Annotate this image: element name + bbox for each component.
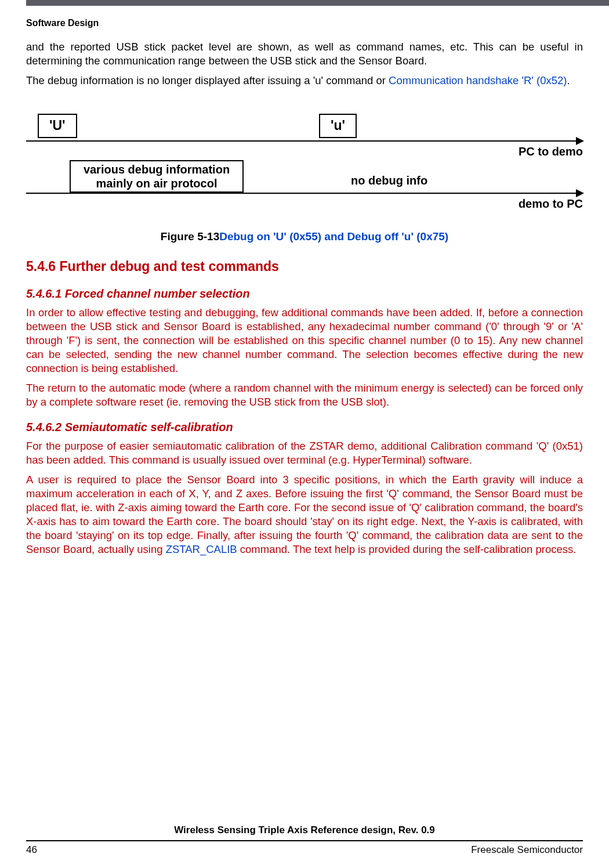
- label-no-debug: no debug info: [351, 173, 427, 188]
- debug-info-box: various debug information mainly on air …: [70, 160, 244, 193]
- footer-vendor: Freescale Semiconductor: [471, 844, 583, 856]
- page-content: Software Design and the reported USB sti…: [26, 17, 583, 562]
- s5462-p2: A user is required to place the Sensor B…: [26, 473, 583, 556]
- figure-number: Figure 5-13: [161, 230, 219, 243]
- figure-title: Debug on 'U' (0x55) and Debug off 'u' (0…: [219, 230, 448, 243]
- s5462-p2b: command. The text help is provided durin…: [237, 543, 577, 555]
- intro-p2: The debug information is no longer displ…: [26, 74, 583, 88]
- debug-info-line1: various debug information: [77, 162, 237, 176]
- top-bar: [26, 0, 609, 6]
- page-footer: Wireless Sensing Triple Axis Reference d…: [26, 824, 583, 856]
- line-demo-to-pc: [26, 193, 577, 194]
- section-5-4-6-2-body: For the purpose of easier semiautomatic …: [26, 439, 583, 556]
- heading-5-4-6: 5.4.6 Further debug and test commands: [26, 258, 583, 276]
- heading-5-4-6-1: 5.4.6.1 Forced channel number selection: [26, 286, 583, 301]
- link-communication-handshake[interactable]: Communication handshake 'R' (0x52): [389, 74, 567, 86]
- figure-caption: Figure 5-13Debug on 'U' (0x55) and Debug…: [26, 230, 583, 244]
- footer-page-number: 46: [26, 844, 37, 856]
- intro-p1: and the reported USB stick packet level …: [26, 40, 583, 68]
- intro-p2a: The debug information is no longer displ…: [26, 74, 389, 86]
- label-pc-to-demo: PC to demo: [519, 144, 583, 159]
- section-5-4-6-1-body: In order to allow effective testing and …: [26, 306, 583, 409]
- footer-doc-title: Wireless Sensing Triple Axis Reference d…: [26, 824, 583, 841]
- s5462-p1: For the purpose of easier semiautomatic …: [26, 439, 583, 467]
- footer-row: 46 Freescale Semiconductor: [26, 844, 583, 856]
- debug-diagram: 'U' 'u' PC to demo various debug informa…: [26, 108, 583, 230]
- label-demo-to-pc: demo to PC: [519, 196, 583, 211]
- section-header: Software Design: [26, 17, 583, 30]
- intro-p2b: .: [567, 74, 570, 86]
- cmd-box-upper-u: 'U': [38, 114, 77, 138]
- s5461-p2: The return to the automatic mode (where …: [26, 381, 583, 409]
- debug-info-line2: mainly on air protocol: [77, 176, 237, 190]
- s5461-p1: In order to allow effective testing and …: [26, 306, 583, 375]
- heading-5-4-6-2: 5.4.6.2 Semiautomatic self-calibration: [26, 419, 583, 435]
- cmd-box-lower-u: 'u': [319, 114, 357, 138]
- line-pc-to-demo: [26, 140, 577, 142]
- link-zstar-calib[interactable]: ZSTAR_CALIB: [166, 543, 237, 555]
